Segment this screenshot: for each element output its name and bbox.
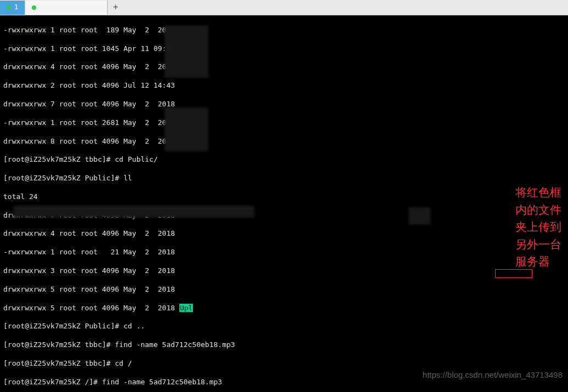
ls-line: drwxrwxrwx 4 root root 4096 May 2 2018 xyxy=(3,229,565,238)
tab-2[interactable] xyxy=(25,1,107,15)
prompt-line: [root@iZ25vk7m25kZ tbbc]# cd Public/ xyxy=(3,155,565,164)
ls-line: drwxrwxrwx 4 root root 4096 May 2 2018 xyxy=(3,63,565,72)
ls-line: drwxrwxrwx 8 root root 4096 May 2 2018 xyxy=(3,137,565,146)
ls-line: drwxrwxrwx 5 root root 4096 May 2 2018 U… xyxy=(3,304,565,313)
tab-label: 1 xyxy=(14,3,18,12)
ls-line: drwxrwxrwx 5 root root 4096 May 2 2018 xyxy=(3,285,565,294)
new-tab-button[interactable]: + xyxy=(107,1,123,15)
prompt-line: [root@iZ25vk7m25kZ tbbc]# find -name 5ad… xyxy=(3,340,565,350)
prompt-line: [root@iZ25vk7m25kZ tbbc]# cd / xyxy=(3,359,565,368)
prompt-line: [root@iZ25vk7m25kZ Public]# cd .. xyxy=(3,322,565,331)
annotation-text: 将红色框 内的文件 夹上传到 另外一台 服务器 xyxy=(515,184,561,270)
ls-line: drwxrwxrwx 3 root root 4096 May 2 2018 xyxy=(3,266,565,276)
ls-line: -rwxrwxrwx 1 root root 2681 May 2 2018 xyxy=(3,118,565,128)
status-dot-icon xyxy=(32,5,36,10)
watermark: https://blog.csdn.net/weixin_43713498 xyxy=(423,370,563,380)
status-dot-icon xyxy=(7,5,11,10)
ls-line: drwxrwxrwx 2 root root 4096 Jul 12 14:43 xyxy=(3,81,565,90)
ls-line: -rwxrwxrwx 1 root root 21 May 2 2018 xyxy=(3,248,565,257)
prompt-line: [root@iZ25vk7m25kZ Public]# ll xyxy=(3,174,565,183)
terminal[interactable]: -rwxrwxrwx 1 root root 189 May 2 2018 -r… xyxy=(0,15,568,392)
ls-line: -rwxrwxrwx 1 root root 1045 Apr 11 09:06 xyxy=(3,44,565,54)
ls-line: drwxrwxrwx 7 root root 4096 May 2 2018 xyxy=(3,100,565,109)
ls-line: -rwxrwxrwx 1 root root 189 May 2 2018 xyxy=(3,26,565,35)
output-line: total 24 xyxy=(3,192,565,202)
tab-bar: 1 + xyxy=(0,0,568,15)
tab-1[interactable]: 1 xyxy=(0,1,25,15)
